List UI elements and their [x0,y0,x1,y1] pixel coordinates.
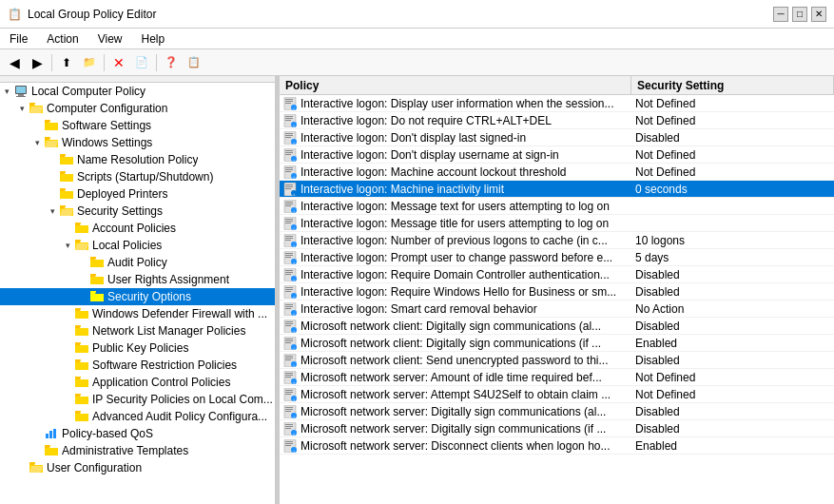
close-button[interactable]: ✕ [811,7,826,22]
minimize-button[interactable]: ─ [773,7,788,22]
tree-node-security-options[interactable]: Security Options [0,288,275,305]
main-content: ▾Local Computer Policy▾ Computer Configu… [0,76,834,504]
list-row[interactable]: i Microsoft network client: Digitally si… [280,335,834,352]
tree-node-software-settings[interactable]: Software Settings [0,117,275,134]
list-row[interactable]: i Interactive logon: Machine account loc… [280,164,834,181]
expand-arrow-right [46,187,59,201]
svg-text:i: i [293,242,294,247]
tree-node-policy-qos[interactable]: Policy-based QoS [0,425,275,442]
folder-icon [59,169,74,184]
tree-node-name-resolution-policy[interactable]: Name Resolution Policy [0,151,275,168]
list-row[interactable]: i Interactive logon: Display user inform… [280,95,834,112]
svg-text:i: i [293,174,294,179]
svg-rect-20 [285,133,293,134]
menu-file[interactable]: File [4,30,33,48]
list-row[interactable]: i Interactive logon: Require Domain Cont… [280,266,834,283]
list-row[interactable]: i Microsoft network server: Digitally si… [280,403,834,420]
tree-node-windows-settings[interactable]: ▾ Windows Settings [0,134,275,151]
policy-text: Microsoft network client: Digitally sign… [301,320,601,333]
tree-node-label: Software Settings [62,119,151,132]
list-row[interactable]: i Interactive logon: Machine inactivity … [280,181,834,198]
tree-node-scripts[interactable]: Scripts (Startup/Shutdown) [0,168,275,185]
list-row[interactable]: i Microsoft network server: Disconnect c… [280,437,834,455]
restore-button[interactable]: □ [792,7,807,22]
list-row[interactable]: i Interactive logon: Number of previous … [280,232,834,249]
list-row[interactable]: i Microsoft network server: Digitally si… [280,420,834,437]
help-button[interactable]: ❓ [161,52,182,73]
tree-node-software-restriction[interactable]: Software Restriction Policies [0,357,275,374]
list-row[interactable]: i Microsoft network client: Send unencry… [280,352,834,369]
policy-icon: i [283,422,297,436]
policy-cell: i Interactive logon: Machine inactivity … [280,181,631,197]
right-pane: Policy Security Setting i Interactive lo… [280,76,834,504]
list-body[interactable]: i Interactive logon: Display user inform… [280,95,834,504]
svg-text:i: i [293,157,294,162]
tree-node-network-list[interactable]: Network List Manager Policies [0,322,275,339]
policy-cell: i Interactive logon: Require Domain Cont… [280,266,631,282]
setting-cell: 10 logons [631,232,834,248]
tree-node-local-policies[interactable]: ▾ Local Policies [0,237,275,254]
expand-arrow-right [46,170,59,184]
svg-rect-58 [285,240,291,241]
menu-view[interactable]: View [92,30,128,48]
toolbar-sep-3 [156,54,157,71]
svg-rect-56 [285,236,293,237]
column-header-policy[interactable]: Policy [280,76,631,94]
list-row[interactable]: i Interactive logon: Prompt user to chan… [280,249,834,266]
policy-cell: i Microsoft network server: Attempt S4U2… [280,386,631,402]
tree-node-computer-configuration[interactable]: ▾ Computer Configuration [0,100,275,117]
expand-arrow-right [30,444,44,457]
tree-node-app-control[interactable]: Application Control Policies [0,374,275,391]
delete-button[interactable]: ✕ [108,52,129,73]
list-row[interactable]: i Interactive logon: Do not require CTRL… [280,112,834,129]
list-row[interactable]: i Microsoft network server: Attempt S4U2… [280,386,834,403]
show-hide-button[interactable]: 📁 [79,52,100,73]
svg-rect-46 [285,205,291,206]
svg-rect-76 [285,291,291,292]
menu-action[interactable]: Action [41,30,84,48]
svg-rect-129 [285,443,293,444]
tree-node-local-computer-policy[interactable]: ▾Local Computer Policy [0,83,275,100]
policy-text: Microsoft network client: Digitally sign… [301,337,601,350]
setting-cell: 5 days [631,249,834,265]
svg-rect-34 [285,171,291,172]
list-row[interactable]: i Interactive logon: Message text for us… [280,198,834,215]
folder-icon [44,118,59,133]
tree-node-admin-templates[interactable]: Administrative Templates [0,442,275,459]
chart-icon [44,426,59,441]
forward-button[interactable]: ▶ [27,52,48,73]
svg-rect-122 [285,424,293,425]
tree-node-security-settings[interactable]: ▾ Security Settings [0,203,275,220]
list-row[interactable]: i Interactive logon: Don't display usern… [280,146,834,164]
list-row[interactable]: i Interactive logon: Don't display last … [280,129,834,146]
tree-node-account-policies[interactable]: Account Policies [0,220,275,237]
tree-node-audit-policy[interactable]: Audit Policy [0,254,275,271]
tree-node-ip-security[interactable]: IP Security Policies on Local Com... [0,391,275,408]
tree-node-label: Windows Defender Firewall with ... [92,307,267,320]
list-row[interactable]: i Microsoft network server: Amount of id… [280,369,834,386]
export-button[interactable]: 📋 [184,52,204,73]
svg-rect-123 [285,426,293,427]
tree-node-user-rights[interactable]: User Rights Assignment [0,271,275,288]
properties-button[interactable]: 📄 [131,52,152,73]
tree-node-user-config[interactable]: User Configuration [0,459,275,476]
tree-node-label: Audit Policy [107,256,167,269]
tree-pane[interactable]: ▾Local Computer Policy▾ Computer Configu… [0,76,276,504]
tree-node-advanced-audit[interactable]: Advanced Audit Policy Configura... [0,408,275,425]
up-button[interactable]: ⬆ [56,52,77,73]
svg-rect-117 [285,409,293,410]
list-row[interactable]: i Microsoft network client: Digitally si… [280,318,834,335]
tree-node-public-key[interactable]: Public Key Policies [0,339,275,357]
back-button[interactable]: ◀ [4,52,25,73]
list-row[interactable]: i Interactive logon: Smart card removal … [280,300,834,318]
tree-container: ▾Local Computer Policy▾ Computer Configu… [0,83,275,476]
svg-text:i: i [293,260,294,264]
list-row[interactable]: i Interactive logon: Require Windows Hel… [280,283,834,300]
setting-cell: Enabled [631,437,834,454]
tree-node-windows-firewall[interactable]: Windows Defender Firewall with ... [0,305,275,322]
column-header-setting[interactable]: Security Setting [631,76,834,94]
policy-text: Interactive logon: Don't display last si… [301,131,526,145]
list-row[interactable]: i Interactive logon: Message title for u… [280,215,834,232]
tree-node-deployed-printers[interactable]: Deployed Printers [0,185,275,203]
menu-help[interactable]: Help [136,30,171,48]
